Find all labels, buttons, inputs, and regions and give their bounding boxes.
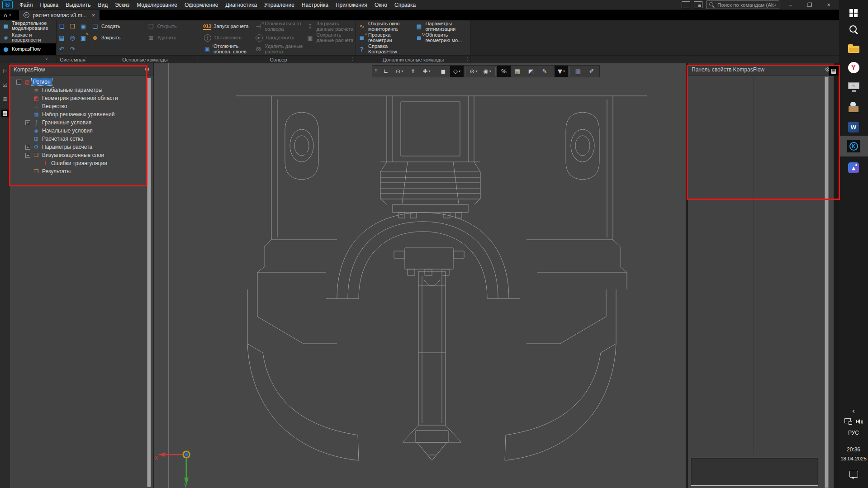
tree-expander-icon[interactable]: + — [25, 145, 30, 150]
load-calculation-data-button[interactable]: ↧Загрузитьданные расчета — [304, 21, 356, 32]
model-layers-button[interactable]: ◩ — [524, 66, 538, 77]
tree-item[interactable]: !Ошибки триангуляции — [10, 159, 145, 167]
speaker-icon[interactable]: )) — [856, 419, 863, 424]
sheet-grid-button[interactable]: ▦ — [511, 66, 524, 77]
tree-item[interactable]: ⊞Расчетная сетка — [10, 135, 145, 143]
tree-item[interactable]: ≡Глобальные параметры — [10, 86, 145, 94]
taskbar-photos[interactable]: ▲ — [839, 159, 868, 176]
zoom-search-button[interactable]: ⊙▾ — [393, 66, 406, 77]
ribbon-tab-kompasflow[interactable]: ●KompasFlow — [0, 43, 56, 55]
dropdown-caret-icon[interactable]: ▾ — [459, 69, 460, 73]
wireframe-view-button[interactable]: ◇▾ — [450, 66, 464, 77]
dropdown-caret-icon[interactable]: ▾ — [428, 69, 430, 73]
properties-panel-toggle[interactable]: ▤ — [829, 66, 839, 76]
group-grip-icon[interactable]: ⋮ — [465, 57, 470, 61]
notification-center[interactable] — [839, 469, 868, 479]
taskbar-search[interactable] — [839, 21, 868, 38]
shaded-view-button[interactable]: ◼ — [436, 66, 450, 77]
clip-percent-button[interactable]: % — [497, 66, 511, 77]
print-button[interactable]: ▤ — [57, 32, 67, 43]
language-indicator[interactable]: РУС — [839, 429, 868, 437]
save-button[interactable]: ▣ — [78, 21, 88, 32]
kompasflow-tree-panel-icon[interactable]: ▤ — [1, 109, 9, 117]
parameters-panel-icon[interactable]: ☑ — [1, 81, 9, 89]
coordinate-axes-button[interactable]: ✚▾ — [420, 66, 433, 77]
taskbar-collapse-chevron[interactable]: ‹ — [839, 405, 868, 416]
menu-item-1[interactable]: Файл — [16, 1, 37, 9]
redo-button[interactable]: ↷ — [67, 43, 78, 55]
command-search[interactable] — [706, 0, 779, 9]
dropdown-caret-icon[interactable]: ▾ — [475, 69, 477, 73]
group-grip-icon[interactable]: ⋮ — [196, 57, 200, 61]
tree-item[interactable]: +⚙Параметры расчета — [10, 143, 145, 151]
ribbon-tab-frame-and-surfaces[interactable]: ◈Каркас иповерхности — [0, 32, 56, 44]
taskbar-file-explorer[interactable] — [839, 40, 868, 57]
section-view-button[interactable]: ◉▾ — [480, 66, 494, 77]
tree-expander-icon[interactable]: − — [25, 153, 30, 158]
close-document-button[interactable]: ⊗Закрыть — [89, 32, 145, 43]
document-tree-panel-icon[interactable]: ⊢ — [1, 67, 9, 75]
minimize-button[interactable]: – — [783, 0, 798, 9]
disable-layer-update-button[interactable]: ▣/Отключитьобновл. слоев — [201, 43, 253, 55]
taskbar-microsoft-word[interactable]: W — [839, 118, 868, 136]
sheet-edit-button[interactable]: ✎ — [538, 66, 551, 77]
clock-date[interactable]: 18.04.2025 — [839, 455, 868, 462]
hide-objects-button[interactable]: ⊘▾ — [467, 66, 480, 77]
menu-item-4[interactable]: Вид — [94, 1, 111, 9]
menu-item-5[interactable]: Эскиз — [111, 1, 133, 9]
search-input[interactable] — [716, 2, 777, 8]
save-as-button[interactable]: ▣✎ — [78, 32, 88, 43]
check-geometry-button[interactable]: ◼✓Проверкагеометрии — [356, 32, 413, 43]
taskbar-windows-start[interactable] — [839, 5, 868, 22]
menu-item-9[interactable]: Управление — [261, 1, 298, 9]
tree-item[interactable]: ◩Геометрия расчетной области — [10, 94, 145, 102]
save-calculation-data-button[interactable]: ▣Сохранитьданные расчета — [304, 32, 356, 43]
open-document-button[interactable]: ❒ — [67, 21, 78, 32]
tree-item[interactable]: ∴Вещество — [10, 102, 145, 110]
eyedropper-button[interactable]: ✐ — [585, 66, 598, 77]
optimization-parameters-button[interactable]: ▦Параметрыоптимизации — [413, 21, 471, 32]
toolbar-grip[interactable]: ⠿ — [373, 68, 379, 74]
menu-item-13[interactable]: Справка — [391, 1, 419, 9]
tree-settings-gear-icon[interactable]: ⚙ — [144, 66, 150, 73]
screen-settings-icon[interactable] — [694, 1, 702, 8]
dropdown-caret-icon[interactable]: ▾ — [401, 69, 403, 73]
tree-item[interactable]: −❒Визуализационные слои — [10, 151, 145, 159]
open-button[interactable]: ❒Открыть — [145, 21, 201, 32]
window-layout-icon[interactable] — [682, 1, 690, 8]
tree-item[interactable]: −▧Регион — [10, 78, 145, 86]
properties-scrollbar[interactable] — [825, 76, 829, 488]
menu-item-12[interactable]: Окно — [371, 1, 391, 9]
tree-item[interactable]: ❐Результаты — [10, 167, 145, 175]
menu-item-11[interactable]: Приложения — [332, 1, 371, 9]
tree-item[interactable]: ▦Набор решаемых уравнений — [10, 110, 145, 118]
delete-calculation-data-button[interactable]: ⊠Удалить данныерасчета — [253, 43, 304, 55]
update-model-geometry-button[interactable]: ◼↻Обновитьгеометрию мо... — [413, 32, 471, 43]
menu-item-6[interactable]: Моделирование — [133, 1, 181, 9]
layers-panel-icon[interactable]: ≣ — [1, 95, 9, 103]
dropdown-caret-icon[interactable]: ▾ — [489, 69, 491, 73]
ribbon-tab-solid-modeling[interactable]: ◼Твердотельноемоделирование — [0, 20, 56, 32]
home-button[interactable]: ⌂ ▾ — [0, 12, 14, 19]
new-document-button[interactable]: ❏ — [57, 21, 67, 32]
delete-button[interactable]: ⊠Удалить — [145, 32, 201, 43]
viewport-canvas[interactable]: X Y ⠿∟⊙▾⇧✚▾◼◇▾⊘▾◉▾%▦◩✎▼▾▥✐ — [154, 63, 686, 488]
continue-calculation-button[interactable]: ▶Продолжить — [253, 32, 304, 43]
taskbar-kompas-3d[interactable]: K — [839, 136, 868, 156]
ribbon-collapse-chevron-icon[interactable]: ∨ — [45, 57, 48, 61]
tree-expander-icon[interactable]: − — [16, 80, 21, 85]
run-calculation-button[interactable]: 012Запуск расчета — [201, 21, 253, 32]
orient-model-button[interactable]: ⇧ — [406, 66, 420, 77]
restore-button[interactable]: ❐ — [802, 0, 817, 9]
document-tab[interactable]: K расчет компас v3.m... × — [19, 10, 100, 20]
taskbar-system-monitor[interactable]: ∿ — [839, 78, 868, 95]
tree-item[interactable]: ◈Начальные условия — [10, 127, 145, 135]
menu-item-2[interactable]: Правка — [37, 1, 62, 9]
group-grip-icon[interactable]: ⋮ — [84, 57, 88, 61]
measure-button[interactable]: ▥ — [571, 66, 585, 77]
stop-calculation-button[interactable]: ‖Остановить — [201, 32, 253, 43]
group-grip-icon[interactable]: ⋮ — [351, 57, 355, 61]
taskbar-box-app[interactable] — [839, 98, 868, 115]
filter-button[interactable]: ▼▾ — [555, 66, 568, 77]
tree-scrollbar[interactable] — [147, 78, 151, 487]
